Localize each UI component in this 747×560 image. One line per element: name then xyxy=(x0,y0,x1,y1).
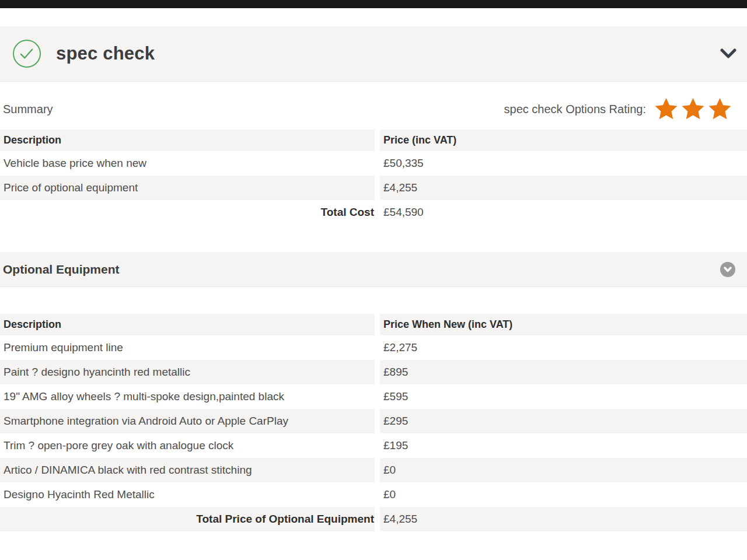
table-row: Designo Hyacinth Red Metallic £0 xyxy=(0,482,747,507)
column-header-price: Price When New (inc VAT) xyxy=(380,314,747,335)
spec-check-page: spec check Summary spec check Options Ra… xyxy=(0,0,747,560)
table-row: Trim ? open-pore grey oak with analogue … xyxy=(0,433,747,458)
row-price: £595 xyxy=(380,384,747,409)
total-row: Total Cost £54,590 xyxy=(0,200,747,225)
row-description: 19" AMG alloy wheels ? multi-spoke desig… xyxy=(0,384,375,409)
table-row: Artico / DINAMICA black with red contras… xyxy=(0,458,747,482)
optional-equipment-title: Optional Equipment xyxy=(3,262,120,276)
row-description: Premium equipment line xyxy=(0,335,375,360)
star-icon xyxy=(654,97,678,121)
optional-equipment-table-header: Description Price When New (inc VAT) xyxy=(0,314,747,335)
row-description: Price of optional equipment xyxy=(0,176,375,200)
row-description: Smartphone integration via Android Auto … xyxy=(0,409,375,433)
row-description: Vehicle base price when new xyxy=(0,151,375,176)
row-price: £195 xyxy=(380,433,747,458)
table-row: Vehicle base price when new £50,335 xyxy=(0,151,747,176)
table-row: Premium equipment line £2,275 xyxy=(0,335,747,360)
summary-table-body: Vehicle base price when new £50,335 Pric… xyxy=(0,151,747,225)
summary-table-header: Description Price (inc VAT) xyxy=(0,130,747,151)
check-circle-icon xyxy=(13,40,41,68)
chevron-down-circle-icon[interactable] xyxy=(720,262,735,277)
column-header-description: Description xyxy=(0,130,375,151)
summary-table: Description Price (inc VAT) Vehicle base… xyxy=(0,130,747,225)
total-row: Total Price of Optional Equipment £4,255 xyxy=(0,507,747,531)
row-price: £2,275 xyxy=(380,335,747,360)
row-price: £895 xyxy=(380,360,747,384)
total-label: Total Cost xyxy=(0,200,375,225)
star-icon xyxy=(681,97,705,121)
table-row: 19" AMG alloy wheels ? multi-spoke desig… xyxy=(0,384,747,409)
total-label: Total Price of Optional Equipment xyxy=(0,507,375,531)
page-top-bar xyxy=(0,0,747,8)
row-price: £0 xyxy=(380,458,747,482)
page-title: spec check xyxy=(56,43,155,64)
star-icon xyxy=(708,97,732,121)
chevron-down-icon[interactable] xyxy=(720,48,736,59)
options-rating-label: spec check Options Rating: xyxy=(504,103,646,116)
row-price: £0 xyxy=(380,482,747,507)
row-description: Paint ? designo hyancinth red metallic xyxy=(0,360,375,384)
total-price: £4,255 xyxy=(380,507,747,531)
star-rating xyxy=(654,97,732,121)
spec-check-header[interactable]: spec check xyxy=(0,26,747,82)
row-description: Designo Hyacinth Red Metallic xyxy=(0,482,375,507)
table-row: Price of optional equipment £4,255 xyxy=(0,176,747,200)
table-row: Paint ? designo hyancinth red metallic £… xyxy=(0,360,747,384)
options-rating: spec check Options Rating: xyxy=(504,97,732,121)
total-price: £54,590 xyxy=(380,200,747,225)
row-price: £50,335 xyxy=(380,151,747,176)
optional-equipment-table: Description Price When New (inc VAT) Pre… xyxy=(0,314,747,531)
summary-bar: Summary spec check Options Rating: xyxy=(0,96,747,123)
row-description: Artico / DINAMICA black with red contras… xyxy=(0,458,375,482)
row-description: Trim ? open-pore grey oak with analogue … xyxy=(0,433,375,458)
table-row: Smartphone integration via Android Auto … xyxy=(0,409,747,433)
column-header-price: Price (inc VAT) xyxy=(380,130,747,151)
optional-equipment-header[interactable]: Optional Equipment xyxy=(0,252,747,287)
row-price: £4,255 xyxy=(380,176,747,200)
summary-label: Summary xyxy=(3,103,53,116)
optional-equipment-table-body: Premium equipment line £2,275 Paint ? de… xyxy=(0,335,747,531)
column-header-description: Description xyxy=(0,314,375,335)
row-price: £295 xyxy=(380,409,747,433)
